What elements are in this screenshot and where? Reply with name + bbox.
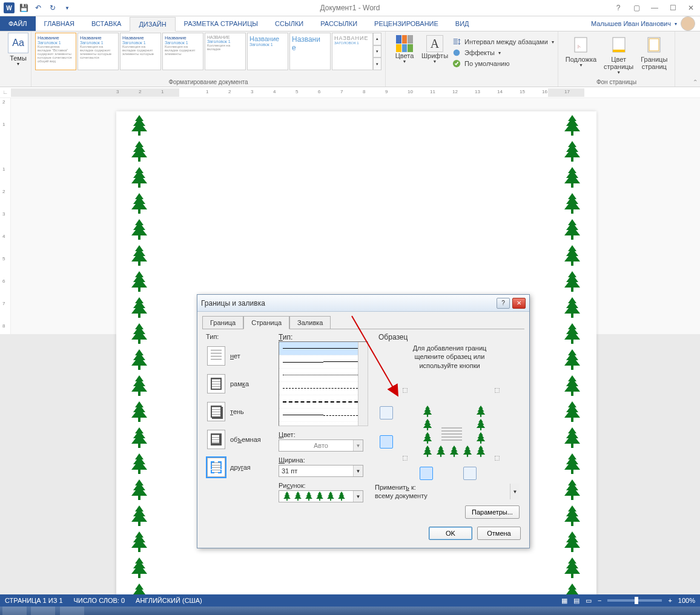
style-scrollbar[interactable]	[358, 342, 368, 426]
qat-dropdown-icon[interactable]: ▼	[61, 1, 74, 15]
effects-button[interactable]: Эффекты ▾	[452, 47, 554, 58]
set-default-button[interactable]: По умолчанию	[452, 58, 554, 69]
art-combo[interactable]: ▼	[279, 490, 363, 502]
app-icon: W	[2, 1, 16, 15]
colors-icon	[396, 35, 413, 52]
fonts-icon: A	[426, 35, 443, 52]
themes-button[interactable]: Aa Темы ▼	[4, 33, 33, 66]
svg-rect-7	[613, 50, 625, 52]
taskbar	[0, 607, 700, 615]
dialog-help-icon[interactable]: ?	[497, 298, 510, 309]
applyto-combo[interactable]: всему документу▼	[375, 492, 502, 499]
preview-label: Образец	[378, 333, 521, 341]
setting-3d[interactable]: объемная	[206, 427, 271, 452]
page-borders-icon	[644, 35, 664, 54]
title-bar: W 💾 ↶ ↻ ▼ Документ1 - Word ? ▢ — ☐ ✕	[0, 0, 700, 16]
window-title: Документ1 - Word	[320, 4, 380, 12]
page-color-icon	[609, 35, 629, 54]
view-read-icon[interactable]: ▦	[561, 597, 567, 605]
themes-icon: Aa	[8, 33, 28, 53]
fonts-button[interactable]: A Шрифты▼	[420, 33, 450, 69]
group-doc-format: Форматирование документа	[35, 77, 381, 87]
preview-area[interactable]	[378, 376, 521, 461]
dialog-titlebar[interactable]: Границы и заливка ? ✕	[197, 295, 529, 312]
user-account[interactable]: Малышев Иван Иванович▾	[586, 16, 700, 31]
watermark-icon: A	[571, 35, 590, 54]
view-web-icon[interactable]: ▭	[586, 597, 592, 605]
style-listbox[interactable]	[279, 341, 368, 426]
border-left-button[interactable]	[420, 467, 433, 480]
paragraph-spacing-button[interactable]: Интервал между абзацами ▾	[452, 36, 554, 47]
maximize-icon[interactable]: ☐	[664, 1, 682, 15]
close-icon[interactable]: ✕	[682, 1, 700, 15]
minimize-icon[interactable]: —	[646, 1, 664, 15]
ribbon-tabs: ФАЙЛ ГЛАВНАЯ ВСТАВКА ДИЗАЙН РАЗМЕТКА СТР…	[0, 16, 700, 31]
tab-design[interactable]: ДИЗАЙН	[130, 17, 175, 31]
cancel-button[interactable]: Отмена	[477, 527, 521, 540]
dialog-tab-page[interactable]: Страница	[243, 316, 289, 329]
setting-box[interactable]: рамка	[206, 372, 271, 396]
tab-layout[interactable]: РАЗМЕТКА СТРАНИЦЫ	[176, 16, 266, 31]
setting-shadow[interactable]: тень	[206, 400, 271, 424]
border-top-button[interactable]	[380, 406, 393, 419]
preview-hint: Для добавления границ щелкните образец и…	[378, 344, 521, 370]
dialog-title: Границы и заливка	[201, 299, 265, 308]
border-right-button[interactable]	[463, 467, 477, 480]
options-button[interactable]: Параметры...	[465, 505, 520, 519]
taskbar-item[interactable]	[31, 607, 55, 615]
redo-icon[interactable]: ↻	[46, 1, 59, 15]
gallery-scroll[interactable]: ▴▾▾	[373, 33, 381, 70]
tab-review[interactable]: РЕЦЕНЗИРОВАНИЕ	[366, 16, 447, 31]
zoom-in-icon[interactable]: +	[668, 597, 672, 604]
dialog-tab-shading[interactable]: Заливка	[289, 316, 331, 329]
borders-dialog: Границы и заливка ? ✕ Граница Страница З…	[197, 294, 530, 548]
color-combo[interactable]: Авто▼	[279, 439, 363, 452]
width-label: Ширина:	[279, 456, 371, 464]
group-page-bg: Фон страницы	[562, 77, 671, 87]
setting-none[interactable]: нет	[206, 344, 271, 368]
save-icon[interactable]: 💾	[17, 1, 30, 15]
zoom-value[interactable]: 100%	[678, 597, 695, 604]
avatar-icon	[681, 16, 695, 31]
color-label: Цвет:	[279, 431, 371, 438]
theme-gallery[interactable]: НазваниеЗаголовок 1Коллекцияна вкладке "…	[35, 33, 373, 70]
page-color-button[interactable]: Цвет страницы▼	[600, 33, 637, 77]
watermark-button[interactable]: A Подложка▼	[562, 33, 600, 77]
zoom-out-icon[interactable]: −	[598, 597, 601, 604]
status-lang[interactable]: АНГЛИЙСКИЙ (США)	[136, 597, 202, 604]
width-combo[interactable]: 31 пт▼	[279, 465, 363, 477]
taskbar-item[interactable]	[2, 607, 27, 615]
taskbar-item[interactable]	[60, 607, 84, 615]
dialog-tab-border[interactable]: Граница	[202, 316, 243, 329]
art-label: Рисунок:	[279, 482, 371, 489]
workspace: 2112345678910111213141516171819 Границы …	[0, 98, 700, 605]
ok-button[interactable]: OK	[429, 527, 472, 540]
svg-rect-8	[648, 38, 660, 52]
undo-icon[interactable]: ↶	[31, 1, 45, 15]
status-bar: СТРАНИЦА 1 ИЗ 1 ЧИСЛО СЛОВ: 0 АНГЛИЙСКИЙ…	[0, 594, 700, 607]
tab-view[interactable]: ВИД	[447, 16, 478, 31]
status-page[interactable]: СТРАНИЦА 1 ИЗ 1	[5, 597, 63, 604]
style-label: Тип:	[279, 333, 371, 341]
setting-label: Тип:	[206, 333, 271, 340]
tab-references[interactable]: ССЫЛКИ	[266, 16, 312, 31]
status-words[interactable]: ЧИСЛО СЛОВ: 0	[74, 597, 125, 604]
dialog-close-icon[interactable]: ✕	[512, 298, 526, 309]
user-name: Малышев Иван Иванович	[591, 20, 671, 27]
tab-file[interactable]: ФАЙЛ	[0, 16, 36, 31]
page-borders-button[interactable]: Границы страниц	[637, 33, 671, 77]
tab-home[interactable]: ГЛАВНАЯ	[36, 16, 83, 31]
applyto-label: Применить к:	[375, 484, 520, 491]
colors-button[interactable]: Цвета▼	[389, 33, 420, 69]
tab-mailings[interactable]: РАССЫЛКИ	[312, 16, 366, 31]
border-bottom-button[interactable]	[380, 435, 393, 449]
setting-custom[interactable]: другая	[206, 455, 271, 479]
ribbon-body: Aa Темы ▼ НазваниеЗаголовок 1Коллекцияна…	[0, 31, 700, 87]
ribbon-options-icon[interactable]: ▢	[627, 1, 646, 15]
collapse-ribbon-icon[interactable]: ⌃	[693, 79, 698, 85]
help-icon[interactable]: ?	[609, 1, 627, 15]
horizontal-ruler[interactable]: ∟ 3211234567891011121314151617	[0, 87, 700, 98]
zoom-slider[interactable]	[607, 599, 662, 602]
view-print-icon[interactable]: ▤	[573, 597, 579, 605]
tab-insert[interactable]: ВСТАВКА	[83, 16, 130, 31]
